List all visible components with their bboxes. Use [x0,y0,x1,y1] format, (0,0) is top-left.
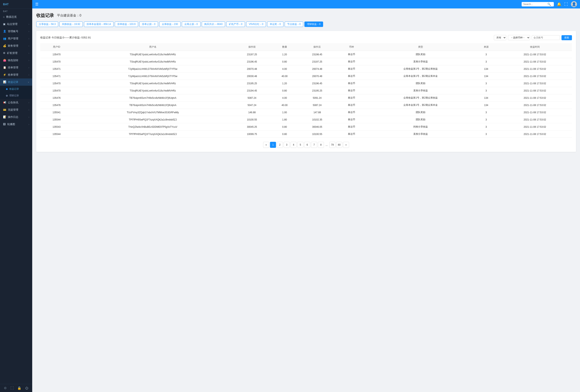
sidebar-item-site[interactable]: ▣站点管理 › [0,20,32,28]
page-2[interactable]: 2 [277,142,283,148]
cell-source: 3 [474,123,498,130]
income-icon: 📊 [3,81,6,84]
cell-before: 23195.25 [233,80,271,87]
sidebar-item-order[interactable]: 📋排单管理 › [0,64,32,71]
filter-tab-order-income[interactable]: 排单收益－103.9 [115,21,138,27]
coin-select[interactable]: －选择币种－ [508,35,530,40]
lock-icon[interactable]: 🔒 [17,386,21,390]
page-prev[interactable]: « [263,142,269,148]
page-8[interactable]: 8 [318,142,324,148]
cell-type: 众筹收益第1号，第2期众筹收益 [367,65,474,73]
sidebar-item-income[interactable]: 📊收益记录 ∨ [0,79,32,86]
page-title: 收益记录 [36,12,54,18]
page-3[interactable]: 3 [284,142,290,148]
account-input[interactable] [532,35,560,40]
filter-tab-lucky[interactable]: 幸运奖－0 [267,21,284,27]
cell-username: TPf7fPH9SwPQ1F7szqXAQk2a1c8mdsb5ZJ [73,116,233,123]
cell-username: TSIuijRUiEYjodxLveKmfurS16uYedMVHRz [73,51,233,58]
sidebar-item-banner[interactable]: 🖼轮播图 › [0,121,32,128]
chevron-right-icon: › [29,67,29,69]
cell-id: 135543 [40,123,73,130]
cell-before: 20070.48 [233,65,271,73]
cell-amount: 40.00 [271,73,298,80]
cell-after: 10102.35 [298,116,336,123]
cell-after: 10100.55 [298,130,336,138]
filter-tab-miner-coin[interactable]: 矿机产币－0 [226,21,245,27]
col-coin: 币种 [336,43,367,51]
sidebar-item-announce[interactable]: 📢公告快讯 › [0,99,32,106]
filter-tab-order-stop[interactable]: 排单止损－0 [139,21,158,27]
filter-tab-share[interactable]: 分享收益－58.3 [36,21,58,27]
sidebar-item-wallet[interactable]: 👛钱包划转 › [0,57,32,64]
sidebar-item-users[interactable]: 👥用户管理 › [0,35,32,42]
sidebar-item-account[interactable]: 👤管理账号 › [0,28,32,35]
sidebar-item-dashboard[interactable]: ⌂数据总览 [0,13,32,20]
sidebar-item-recharge[interactable]: 💳充提管理 › [0,106,32,113]
cell-coin: 泰达币 [336,123,367,130]
page-7[interactable]: 7 [311,142,317,148]
search-bar[interactable]: 🔍 [522,2,554,6]
sidebar-item-finance-record[interactable]: 理财记录 [0,92,32,99]
filter-tab-finance-income[interactable]: 理财收益－0 [304,21,323,27]
page-6[interactable]: 6 [304,142,310,148]
filter-tab-buy-common[interactable]: 购买共识－-9043 [202,21,225,27]
expand-icon[interactable]: ⛶ [564,2,568,6]
sidebar-item-mining[interactable]: ⚙矿机管理 › [0,49,32,57]
filter-tab-v5v6[interactable]: V5V6分红－0 [246,21,266,27]
sidebar-item-income-record[interactable]: 收益记录 [0,86,32,92]
cell-time: 2021-11-08 17:53:02 [498,101,572,109]
search-icon[interactable]: 🔍 [547,2,551,6]
cell-source: 134 [474,73,498,80]
cell-time: 2021-11-08 17:53:02 [498,87,572,94]
cell-coin: 泰达币 [336,87,367,94]
page-1[interactable]: 1 [270,142,276,148]
page-next[interactable]: » [343,142,349,148]
type-select[interactable]: 所有 [494,35,506,40]
cell-source: 3 [474,87,498,94]
cell-source: 134 [474,101,498,109]
cell-time: 2021-11-08 17:53:02 [498,109,572,116]
toolbar-controls: 所有 －选择币种－ 搜索 [494,35,572,40]
cell-id: 135476 [40,101,73,109]
filter-tab-crowd-income[interactable]: 众筹收益－230 [159,21,181,27]
page-5[interactable]: 5 [297,142,303,148]
table-row: 135470TSIuijRUiEYjodxLveKmfurS16uYedMVHR… [40,58,572,65]
sidebar-item-grab[interactable]: ⚡抢单管理 › [0,71,32,79]
page-80[interactable]: 80 [336,142,342,148]
home-icon: ⌂ [3,15,5,18]
notification-icon[interactable]: 🔔 [557,2,561,6]
page-title-row: 收益记录 平台建设基金：0 [36,12,576,18]
col-after: 操作后 [298,43,336,51]
search-input[interactable] [523,3,547,6]
table-row: 135471TJyWpaUcLHrWLGT9AnNXVik5zbRjXTYF5w… [40,65,572,73]
settings-icon[interactable]: ⚙ [4,386,7,390]
search-button[interactable]: 搜索 [562,35,572,40]
cell-username: THzQZfa4icXhBuBEzSDDME97P5gVoTYcuV [73,123,233,130]
page-79[interactable]: 79 [329,142,335,148]
filter-tab-crowd-stop[interactable]: 众筹止损－0 [182,21,200,27]
filter-tab-recommend[interactable]: 间推收益－19.92 [59,21,83,27]
cell-source: 134 [474,65,498,73]
filter-tab-order-refund[interactable]: 排单本金退回－858.14 [84,21,114,27]
col-source: 来源 [474,43,498,51]
dot-icon [6,95,8,97]
cell-type: 直推分享收益 [367,130,474,138]
table-row: 135543THzQZfa4icXhBuBEzSDDME97P5gVoTYcuV… [40,123,572,130]
cell-type: 直推分享收益 [367,87,474,94]
cell-amount: 4.00 [271,94,298,101]
cell-username: TJyWpaUcLHrWLGT9AnNXVik5zbRjXTYF5w [73,73,233,80]
sidebar-item-finance[interactable]: 💰财务管理 › [0,42,32,49]
menu-icon[interactable]: ☰ [35,2,38,6]
fullscreen-icon[interactable]: ⛶ [10,386,14,390]
filter-tab-node-income[interactable]: 节点收益－0 [285,21,303,27]
cell-coin: 泰达币 [336,58,367,65]
cell-amount: 0.80 [271,123,298,130]
cell-username: TSIuijRUiEYjodxLveKmfurS16uYedMVHRz [73,58,233,65]
sidebar-item-oplog[interactable]: 📝操作日志 › [0,113,32,121]
col-type: 类型 [367,43,474,51]
wallet-icon: 👛 [3,59,6,62]
power-icon[interactable]: ⏻ [25,386,28,390]
page-4[interactable]: 4 [290,142,296,148]
cell-amount: 0.80 [271,58,298,65]
avatar[interactable]: 👤 [571,1,577,7]
